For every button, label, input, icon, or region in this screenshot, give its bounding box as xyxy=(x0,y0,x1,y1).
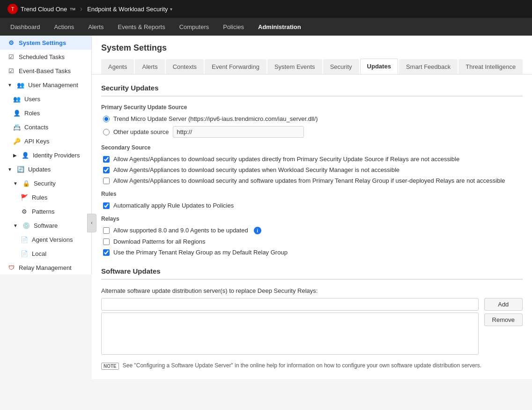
sidebar-item-roles[interactable]: 👤 Roles xyxy=(0,106,91,120)
local-icon: 📄 xyxy=(21,250,28,257)
nav-policies[interactable]: Policies xyxy=(216,18,251,36)
content-area: Security Updates Primary Security Update… xyxy=(92,75,532,379)
tab-alerts[interactable]: Alerts xyxy=(135,59,164,74)
roles-icon: 👤 xyxy=(13,109,21,117)
info-icon[interactable]: i xyxy=(254,227,261,234)
tab-security[interactable]: Security xyxy=(323,59,359,74)
nav-dashboard[interactable]: Dashboard xyxy=(4,18,47,36)
relay-checkbox-1[interactable] xyxy=(103,227,110,234)
tab-updates[interactable]: Updates xyxy=(360,59,398,74)
sidebar-item-contacts[interactable]: 📇 Contacts xyxy=(0,120,91,134)
patterns-icon: ⚙ xyxy=(21,208,28,215)
relay-check3-row: Use the Primary Tenant Relay Group as my… xyxy=(101,249,523,256)
primary-option-other-source: Other update source xyxy=(101,126,523,138)
tab-contexts[interactable]: Contexts xyxy=(166,59,204,74)
software-label: Alternate software update distribution s… xyxy=(101,287,523,294)
relay-mgmt-icon: 🛡 xyxy=(7,264,15,271)
sidebar-item-label: User Management xyxy=(28,82,78,89)
relay-checkbox-3[interactable] xyxy=(103,249,110,256)
app-layout: ⚙ System Settings ☑ Scheduled Tasks ☑ Ev… xyxy=(0,36,532,410)
security-updates-section: Security Updates Primary Security Update… xyxy=(101,84,523,256)
sidebar-item-local[interactable]: 📄 Local xyxy=(0,246,91,261)
primary-label-trend-server[interactable]: Trend Micro Update Server (https://ipv6-… xyxy=(113,115,318,122)
sidebar-item-label: Rules xyxy=(32,194,47,201)
secondary-checkbox-3[interactable] xyxy=(103,178,110,184)
top-bar-separator: › xyxy=(80,5,82,13)
software-server-input[interactable] xyxy=(101,298,479,311)
sidebar-item-label: Updates xyxy=(28,166,51,173)
note-text: See "Configuring a Software Update Serve… xyxy=(123,362,481,369)
relay-check2-label: Download Patterns for all Regions xyxy=(113,238,206,245)
sidebar-item-users[interactable]: 👥 Users xyxy=(0,92,91,106)
add-button[interactable]: Add xyxy=(484,298,523,311)
contacts-icon: 📇 xyxy=(13,123,21,131)
sidebar-item-patterns[interactable]: ⚙ Patterns xyxy=(0,204,91,218)
rules-checkbox-1[interactable] xyxy=(103,202,110,209)
product-chevron: ▾ xyxy=(170,7,172,12)
nav-bar: Dashboard Actions Alerts Events & Report… xyxy=(0,18,532,36)
primary-option-trend-server: Trend Micro Update Server (https://ipv6-… xyxy=(101,115,523,122)
brand-logo[interactable]: T Trend Cloud OneTM xyxy=(7,4,75,14)
primary-label-other-source[interactable]: Other update source xyxy=(113,128,169,135)
secondary-checkbox-2[interactable] xyxy=(103,167,110,173)
primary-radio-other-source[interactable] xyxy=(103,129,110,135)
add-remove-area: Add Remove xyxy=(101,298,523,355)
scheduled-tasks-icon: ☑ xyxy=(7,53,15,60)
software-icon: 💿 xyxy=(22,222,30,229)
sidebar-item-api-keys[interactable]: 🔑 API Keys xyxy=(0,134,91,148)
nav-computers[interactable]: Computers xyxy=(173,18,216,36)
add-remove-buttons: Add Remove xyxy=(484,298,523,326)
sidebar-item-user-management[interactable]: ▼ 👥 User Management xyxy=(0,78,91,92)
sidebar-item-updates[interactable]: ▼ 🔄 Updates xyxy=(0,162,91,176)
secondary-check2-row: Allow Agents/Appliances to download secu… xyxy=(101,166,523,173)
nav-events-reports[interactable]: Events & Reports xyxy=(111,18,171,36)
sidebar-item-label: Software xyxy=(34,222,58,229)
other-source-input[interactable] xyxy=(173,126,304,138)
users-icon: 👥 xyxy=(13,95,21,103)
sidebar-item-relay-management[interactable]: 🛡 Relay Management xyxy=(0,261,91,275)
product-label: Endpoint & Workload Security xyxy=(87,6,168,13)
sidebar-item-system-settings[interactable]: ⚙ System Settings xyxy=(0,36,91,50)
agent-versions-icon: 📄 xyxy=(21,236,28,243)
relays-label: Relays xyxy=(101,216,523,222)
rules-label: Rules xyxy=(101,191,523,197)
page-title: System Settings xyxy=(101,43,523,53)
sidebar-item-scheduled-tasks[interactable]: ☑ Scheduled Tasks xyxy=(0,50,91,64)
sidebar-item-event-based-tasks[interactable]: ☑ Event-Based Tasks xyxy=(0,64,91,78)
nav-actions[interactable]: Actions xyxy=(48,18,81,36)
sidebar-item-security[interactable]: ▼ 🔒 Security xyxy=(0,176,91,190)
expand-chevron: ▼ xyxy=(13,223,18,228)
sidebar-item-label: Relay Management xyxy=(19,264,72,271)
secondary-checkbox-1[interactable] xyxy=(103,156,110,163)
product-name[interactable]: Endpoint & Workload Security ▾ xyxy=(87,6,172,13)
sidebar-toggle[interactable]: ‹ xyxy=(87,214,96,232)
identity-icon: 👤 xyxy=(22,151,29,159)
tab-event-forwarding[interactable]: Event Forwarding xyxy=(205,59,266,74)
sidebar-item-rules[interactable]: 🚩 Rules xyxy=(0,190,91,204)
tab-smart-feedback[interactable]: Smart Feedback xyxy=(399,59,458,74)
remove-button[interactable]: Remove xyxy=(484,313,523,326)
sidebar: ⚙ System Settings ☑ Scheduled Tasks ☑ Ev… xyxy=(0,36,92,275)
sidebar-wrapper: ⚙ System Settings ☑ Scheduled Tasks ☑ Ev… xyxy=(0,36,92,410)
relay-checkbox-2[interactable] xyxy=(103,239,110,245)
trend-logo-icon: T xyxy=(7,4,18,14)
user-mgmt-icon: 👥 xyxy=(17,81,24,89)
sidebar-item-label: System Settings xyxy=(19,39,66,46)
tab-agents[interactable]: Agents xyxy=(101,59,134,74)
tab-system-events[interactable]: System Events xyxy=(267,59,322,74)
tab-threat-intelligence[interactable]: Threat Intelligence xyxy=(458,59,523,74)
expand-chevron: ▼ xyxy=(13,181,18,186)
sidebar-item-agent-versions[interactable]: 📄 Agent Versions xyxy=(0,232,91,246)
brand-superscript: TM xyxy=(70,7,75,11)
primary-source-label: Primary Security Update Source xyxy=(101,104,523,111)
primary-radio-trend-server[interactable] xyxy=(103,116,110,122)
relay-check1-label: Allow supported 8.0 and 9.0 Agents to be… xyxy=(113,227,248,234)
sidebar-item-identity-providers[interactable]: ▶ 👤 Identity Providers xyxy=(0,148,91,162)
sidebar-item-label: Patterns xyxy=(32,208,54,215)
secondary-check2-label: Allow Agents/Appliances to download secu… xyxy=(113,166,399,173)
sidebar-item-software[interactable]: ▼ 💿 Software xyxy=(0,218,91,232)
sidebar-item-label: Scheduled Tasks xyxy=(19,53,65,60)
nav-administration[interactable]: Administration xyxy=(251,18,308,36)
top-bar: T Trend Cloud OneTM › Endpoint & Workloa… xyxy=(0,0,532,18)
nav-alerts[interactable]: Alerts xyxy=(81,18,110,36)
